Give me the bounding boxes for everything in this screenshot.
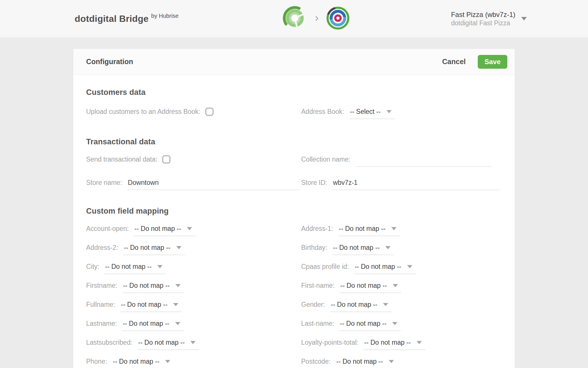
chevron-down-icon [173,303,178,306]
integration-connector: › [282,0,350,37]
upload-customers-checkbox[interactable] [206,108,213,116]
customers-row: Upload customers to an Address Book: Add… [86,107,503,119]
field-label: Birthday: [301,243,327,252]
chevron-down-icon [190,341,196,344]
section-title-customers: Customers data [86,88,503,97]
collection-name-input[interactable] [355,155,492,167]
upload-customers-label: Upload customers to an Address Book: [86,107,200,116]
toolbar-actions: Cancel Save [442,55,507,69]
chevron-down-icon [165,360,170,363]
select-gender[interactable]: -- Do not map -- [330,300,392,312]
send-transactional-checkbox[interactable] [163,156,170,163]
mapping-row: Fullname: -- Do not map -- Gender: -- Do… [86,300,503,319]
chevron-down-icon [393,284,398,287]
chevron-down-icon [521,17,527,20]
chevron-down-icon [187,227,192,230]
chevron-right-icon: › [315,12,319,23]
cancel-button[interactable]: Cancel [442,57,466,66]
transactional-row-2: Store name: Store ID: [86,178,503,190]
field-label: Phone: [86,357,107,366]
select-firstname[interactable]: -- Do not map -- [123,281,184,293]
field-label: Address-1: [301,224,333,233]
dotdigital-logo-icon [326,6,350,31]
select-phone[interactable]: -- Do not map -- [112,357,174,368]
field-label: Fullname: [86,300,115,309]
address-book-select[interactable]: -- Select -- [349,107,395,119]
app-subtitle: by Hubrise [151,13,179,19]
field-label: Firstname: [86,281,117,290]
configuration-card: Configuration Cancel Save Customers data… [73,49,515,368]
address-book-label: Address Book: [301,107,344,116]
account-info: Fast Pizza (wbv7z-1) dotdigital Fast Piz… [451,10,515,27]
page-title: Configuration [86,57,133,66]
mapping-row: Account-open: -- Do not map -- Address-1… [86,224,503,243]
select-address-1[interactable]: -- Do not map -- [338,224,400,236]
chevron-down-icon [176,246,181,249]
select-lastsubscribed[interactable]: -- Do not map -- [138,338,199,350]
select-city[interactable]: -- Do not map -- [105,262,166,274]
account-switcher[interactable]: Fast Pizza (wbv7z-1) dotdigital Fast Piz… [451,0,527,37]
select-loyalty-points-total[interactable]: -- Do not map -- [363,338,425,350]
field-label: Address-2: [86,243,118,252]
field-label: Cpaas profile id: [301,262,349,271]
hubrise-logo-icon [282,5,307,32]
chevron-down-icon [175,322,180,325]
custom-field-mapping: Account-open: -- Do not map -- Address-1… [86,224,503,368]
account-name: Fast Pizza (wbv7z-1) [451,10,515,19]
select-postcode[interactable]: -- Do not map -- [336,357,397,368]
app-header: dotdigital Bridge by Hubrise › [0,0,588,37]
store-id-label: Store ID: [301,178,327,187]
field-label: Last-name: [301,319,334,328]
select-birthday[interactable]: -- Do not map -- [332,243,394,255]
send-transactional-label: Send transactional data: [86,155,157,164]
chevron-down-icon [407,265,412,268]
select-address-2[interactable]: -- Do not map -- [123,243,185,255]
field-label: Postcode: [301,357,330,366]
chevron-down-icon [392,322,397,325]
account-subname: dotdigital Fast Pizza [451,19,515,27]
field-label: City: [86,262,99,271]
mapping-row: City: -- Do not map -- Cpaas profile id:… [86,262,503,281]
configuration-toolbar: Configuration Cancel Save [73,49,515,75]
chevron-down-icon [386,110,392,113]
mapping-row: Address-2: -- Do not map -- Birthday: --… [86,243,503,262]
store-name-input[interactable] [127,178,299,190]
store-id-input[interactable] [332,178,500,190]
field-label: Lastname: [86,319,117,328]
field-label: Gender: [301,300,325,309]
transactional-row-1: Send transactional data: Collection name… [86,155,503,167]
app-title: dotdigital Bridge [75,14,149,24]
field-label: Lastsubscribed: [86,338,132,347]
select-account-open[interactable]: -- Do not map -- [134,224,195,236]
select-lastname[interactable]: -- Do not map -- [122,319,183,331]
chevron-down-icon [383,303,388,306]
chevron-down-icon [175,284,181,287]
brand: dotdigital Bridge by Hubrise [75,0,179,37]
mapping-row: Lastsubscribed: -- Do not map -- Loyalty… [86,338,503,357]
chevron-down-icon [157,265,163,268]
section-title-mapping: Custom field mapping [86,207,503,216]
select-cpaas-profile-id[interactable]: -- Do not map -- [354,262,415,274]
field-label: Account-open: [86,224,129,233]
select-fullname[interactable]: -- Do not map -- [120,300,182,312]
mapping-row: Firstname: -- Do not map -- First-name: … [86,281,503,300]
field-label: Loyalty-points-total: [301,338,358,347]
mapping-row: Phone: -- Do not map -- Postcode: -- Do … [86,357,503,368]
field-label: First-name: [301,281,334,290]
store-name-label: Store name: [86,178,122,187]
section-title-transactional: Transactional data [86,137,503,146]
mapping-row: Lastname: -- Do not map -- Last-name: --… [86,319,503,338]
save-button[interactable]: Save [478,55,507,69]
chevron-down-icon [389,360,394,363]
chevron-down-icon [385,246,390,249]
select-first-name[interactable]: -- Do not map -- [340,281,401,293]
select-last-name[interactable]: -- Do not map -- [339,319,401,331]
collection-name-label: Collection name: [301,155,350,164]
chevron-down-icon [391,227,396,230]
chevron-down-icon [417,341,422,344]
